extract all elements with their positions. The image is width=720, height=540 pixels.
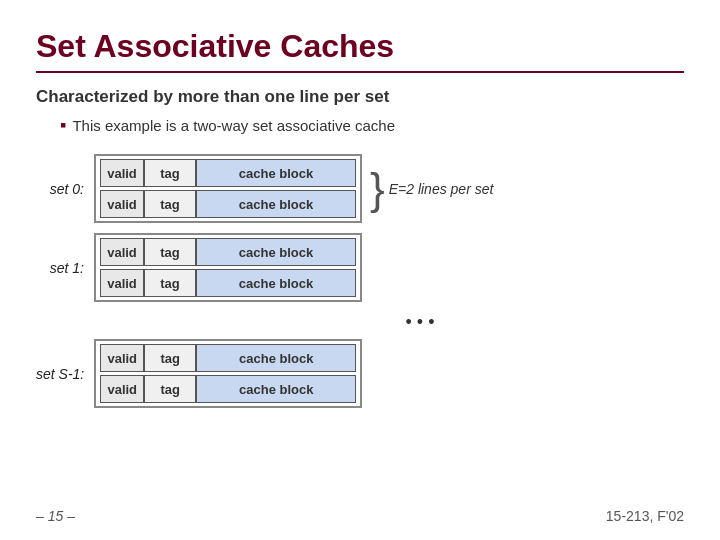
set-s1-line-0-valid: valid — [100, 344, 144, 372]
set-0-lines: valid tag cache block valid tag cache bl… — [94, 154, 362, 223]
set-1-line-1: valid tag cache block — [100, 269, 356, 297]
set-0-line-0: valid tag cache block — [100, 159, 356, 187]
set-0-line-1-tag: tag — [144, 190, 196, 218]
slide: Set Associative Caches Characterized by … — [0, 0, 720, 540]
set-s1-lines: valid tag cache block valid tag cache bl… — [94, 339, 362, 408]
curly-brace-icon: } — [370, 167, 385, 211]
e2-annotation: } E=2 lines per set — [370, 167, 493, 211]
set-1-lines: valid tag cache block valid tag cache bl… — [94, 233, 362, 302]
dots: • • • — [156, 312, 684, 333]
set-s1-line-1-cache: cache block — [196, 375, 356, 403]
set-s1-line-0: valid tag cache block — [100, 344, 356, 372]
page-title: Set Associative Caches — [36, 28, 684, 73]
set-0-line-0-cache: cache block — [196, 159, 356, 187]
set-1-line-0: valid tag cache block — [100, 238, 356, 266]
set-1-block: set 1: valid tag cache block valid tag c… — [36, 233, 684, 302]
set-0-line-0-valid: valid — [100, 159, 144, 187]
bullet-point: This example is a two-way set associativ… — [60, 115, 684, 136]
set-s1-block: set S-1: valid tag cache block valid tag… — [36, 339, 684, 408]
subtitle: Characterized by more than one line per … — [36, 87, 684, 107]
set-1-line-0-cache: cache block — [196, 238, 356, 266]
set-s1-line-1: valid tag cache block — [100, 375, 356, 403]
set-0-line-1-cache: cache block — [196, 190, 356, 218]
set-0-line-1-valid: valid — [100, 190, 144, 218]
set-1-line-1-cache: cache block — [196, 269, 356, 297]
set-0-label: set 0: — [36, 181, 94, 197]
set-0-block: set 0: valid tag cache block valid tag c… — [36, 154, 684, 223]
set-s1-line-1-tag: tag — [144, 375, 196, 403]
set-1-line-1-tag: tag — [144, 269, 196, 297]
set-s1-line-1-valid: valid — [100, 375, 144, 403]
set-s1-line-0-cache: cache block — [196, 344, 356, 372]
footer-left: – 15 – — [36, 508, 75, 524]
set-0-line-1: valid tag cache block — [100, 190, 356, 218]
set-1-line-1-valid: valid — [100, 269, 144, 297]
set-s1-line-0-tag: tag — [144, 344, 196, 372]
set-1-line-0-tag: tag — [144, 238, 196, 266]
footer-right: 15-213, F'02 — [606, 508, 684, 524]
set-1-line-0-valid: valid — [100, 238, 144, 266]
set-s1-label: set S-1: — [36, 366, 94, 382]
set-1-label: set 1: — [36, 260, 94, 276]
set-0-line-0-tag: tag — [144, 159, 196, 187]
e2-label: E=2 lines per set — [389, 181, 494, 197]
